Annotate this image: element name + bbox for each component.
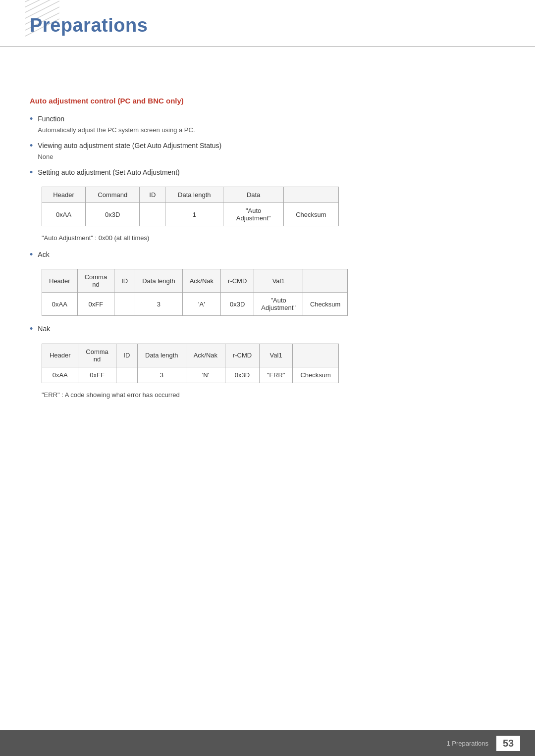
- bullet-item-function: • Function Automatically adjust the PC s…: [30, 114, 505, 134]
- table1-cell-header: 0xAA: [42, 203, 86, 226]
- table3-header-header: Header: [42, 344, 78, 367]
- table3-header-command: Command: [78, 344, 116, 367]
- table1-cell-checksum: Checksum: [283, 203, 338, 226]
- footer-page-number: 53: [496, 736, 520, 751]
- table1-cell-id: [140, 203, 165, 226]
- bullet-dot-nak: •: [30, 323, 33, 335]
- bullet-content-3: Setting auto adjustment (Set Auto Adjust…: [38, 167, 505, 178]
- table2-row1: 0xAA 0xFF 3 'A' 0x3D "AutoAdjustment" Ch…: [42, 293, 348, 316]
- table1-cell-command: 0x3D: [86, 203, 140, 226]
- table1-cell-data: "AutoAdjustment": [223, 203, 283, 226]
- bullet-sub-function: Automatically adjust the PC system scree…: [38, 126, 505, 134]
- bullet-label-ack: Ack: [38, 250, 505, 260]
- bullet-content-1: Function Automatically adjust the PC sys…: [38, 114, 505, 134]
- header-section: Preparations: [0, 0, 535, 47]
- footer-text: 1 Preparations: [446, 740, 488, 747]
- table3-cell-datalength: 3: [137, 367, 186, 383]
- bullet-item-nak: • Nak: [30, 324, 505, 335]
- main-content: Auto adjustment control (PC and BNC only…: [0, 47, 535, 436]
- table3-header-checksum: [293, 344, 339, 367]
- table3-header-rcmd: r-CMD: [225, 344, 260, 367]
- note2: "ERR" : A code showing what error has oc…: [42, 391, 505, 399]
- table2-header-command: Command: [77, 269, 114, 293]
- table3-header-acknak: Ack/Nak: [186, 344, 225, 367]
- bullet-label-function: Function: [38, 114, 505, 124]
- table1-header-id: ID: [140, 187, 165, 203]
- table2-header-rcmd: r-CMD: [221, 269, 254, 293]
- table1-header-header: Header: [42, 187, 86, 203]
- table2-header-val1: Val1: [254, 269, 303, 293]
- table3-row1: 0xAA 0xFF 3 'N' 0x3D "ERR" Checksum: [42, 367, 339, 383]
- table3-wrapper: Header Command ID Data length Ack/Nak r-…: [42, 344, 505, 383]
- table2-header-acknak: Ack/Nak: [182, 269, 220, 293]
- page-container: Preparations Auto adjustment control (PC…: [0, 0, 535, 756]
- table2-header-id: ID: [114, 269, 135, 293]
- table2-cell-acknak: 'A': [182, 293, 220, 316]
- table1: Header Command ID Data length Data 0xAA …: [42, 187, 339, 226]
- table1-wrapper: Header Command ID Data length Data 0xAA …: [42, 187, 505, 226]
- table3-cell-command: 0xFF: [78, 367, 116, 383]
- table3-cell-val1: "ERR": [259, 367, 292, 383]
- bullet-label-setting: Setting auto adjustment (Set Auto Adjust…: [38, 167, 505, 178]
- table1-header-data: Data: [223, 187, 283, 203]
- table2-wrapper: Header Command ID Data length Ack/Nak r-…: [42, 269, 505, 316]
- table3-header-val1: Val1: [259, 344, 292, 367]
- table2-header-datalength: Data length: [135, 269, 183, 293]
- bullet-dot-3: •: [30, 166, 33, 179]
- table3: Header Command ID Data length Ack/Nak r-…: [42, 344, 339, 383]
- table1-header-command: Command: [86, 187, 140, 203]
- table2-header-checksum: [303, 269, 347, 293]
- table2-cell-checksum: Checksum: [303, 293, 347, 316]
- section-title: Auto adjustment control (PC and BNC only…: [30, 97, 505, 105]
- bullet-content-ack: Ack: [38, 250, 505, 260]
- bullet-label-nak: Nak: [38, 324, 505, 334]
- table2-cell-datalength: 3: [135, 293, 183, 316]
- bullet-label-viewing: Viewing auto adjustment state (Get Auto …: [38, 141, 505, 151]
- bullet-sub-viewing: None: [38, 153, 505, 160]
- bullet-content-nak: Nak: [38, 324, 505, 334]
- table2-cell-rcmd: 0x3D: [221, 293, 254, 316]
- bullet-item-viewing: • Viewing auto adjustment state (Get Aut…: [30, 141, 505, 160]
- footer: 1 Preparations 53: [0, 730, 535, 756]
- page-title: Preparations: [30, 15, 505, 36]
- table2-cell-command: 0xFF: [77, 293, 114, 316]
- table3-cell-id: [116, 367, 137, 383]
- bullet-dot-1: •: [30, 113, 33, 125]
- bullet-dot-ack: •: [30, 249, 33, 261]
- bullet-dot-2: •: [30, 140, 33, 152]
- table3-cell-checksum: Checksum: [293, 367, 339, 383]
- table1-header-checksum: [283, 187, 338, 203]
- table3-cell-rcmd: 0x3D: [225, 367, 260, 383]
- table3-header-id: ID: [116, 344, 137, 367]
- table1-header-datalength: Data length: [165, 187, 223, 203]
- table2: Header Command ID Data length Ack/Nak r-…: [42, 269, 348, 316]
- table1-row1: 0xAA 0x3D 1 "AutoAdjustment" Checksum: [42, 203, 339, 226]
- note1: "Auto Adjustment" : 0x00 (at all times): [42, 234, 505, 242]
- table3-header-datalength: Data length: [137, 344, 186, 367]
- bullet-item-setting: • Setting auto adjustment (Set Auto Adju…: [30, 167, 505, 179]
- table2-cell-header: 0xAA: [42, 293, 78, 316]
- table3-cell-header: 0xAA: [42, 367, 78, 383]
- table2-cell-val1: "AutoAdjustment": [254, 293, 303, 316]
- bullet-item-ack: • Ack: [30, 250, 505, 261]
- table2-header-header: Header: [42, 269, 78, 293]
- table1-cell-datalength: 1: [165, 203, 223, 226]
- bullet-content-2: Viewing auto adjustment state (Get Auto …: [38, 141, 505, 160]
- table3-cell-acknak: 'N': [186, 367, 225, 383]
- table2-cell-id: [114, 293, 135, 316]
